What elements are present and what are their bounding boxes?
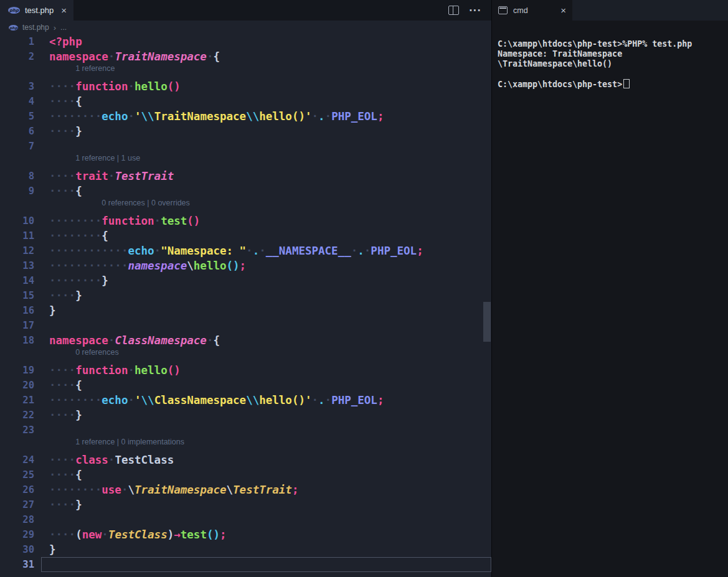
line-number[interactable]: 21 — [0, 393, 41, 408]
line-number[interactable]: 22 — [0, 408, 41, 423]
line-number[interactable]: 20 — [0, 378, 41, 393]
codelens[interactable]: 0 references — [49, 348, 491, 363]
terminal-body[interactable]: C:\xampp\htdocs\php-test>%PHP% test.phpN… — [492, 21, 728, 90]
line-number[interactable]: 9 — [0, 184, 41, 199]
code-text: ········function·test() — [41, 213, 491, 228]
code-text: ····{ — [41, 94, 491, 109]
code-line[interactable]: 29····(new·TestClass)→test(); — [0, 527, 491, 542]
line-number[interactable]: 4 — [0, 94, 41, 109]
code-line[interactable]: 21········echo·'\\ClassNamespace\\hello(… — [0, 393, 491, 408]
code-line[interactable]: 5········echo·'\\TraitNamespace\\hello()… — [0, 109, 491, 124]
scrollbar-thumb[interactable] — [483, 302, 491, 342]
tab-close-icon[interactable]: × — [61, 6, 67, 15]
code-line[interactable]: 8····trait·TestTrait — [0, 169, 491, 184]
code-line[interactable]: 4····{ — [0, 94, 491, 109]
terminal-tab-close-icon[interactable]: × — [560, 6, 566, 15]
codelens[interactable]: 1 reference | 1 use — [49, 154, 491, 169]
code-text: ············namespace\hello(); — [41, 258, 491, 273]
code-text: ····{ — [41, 467, 491, 482]
code-text: namespace·ClassNamespace·{ — [41, 333, 491, 348]
codelens[interactable]: 1 reference — [49, 64, 491, 79]
code-line[interactable]: 10········function·test() — [0, 213, 491, 228]
line-number[interactable]: 16 — [0, 303, 41, 318]
code-text — [41, 557, 491, 572]
line-number[interactable]: 2 — [0, 49, 41, 64]
line-number[interactable]: 26 — [0, 482, 41, 497]
code-text — [41, 139, 491, 154]
code-line[interactable]: 14········} — [0, 273, 491, 288]
code-text: ····function·hello() — [41, 79, 491, 94]
code-line[interactable]: 16} — [0, 303, 491, 318]
line-number[interactable]: 7 — [0, 139, 41, 154]
tab-label: test.php — [25, 6, 54, 15]
code-area[interactable]: 1<?php2namespace·TraitNamespace·{1 refer… — [0, 34, 491, 577]
code-line[interactable]: 2namespace·TraitNamespace·{ — [0, 49, 491, 64]
line-number[interactable]: 13 — [0, 258, 41, 273]
code-line[interactable]: 18namespace·ClassNamespace·{ — [0, 333, 491, 348]
line-number[interactable]: 1 — [0, 34, 41, 49]
line-number[interactable]: 17 — [0, 318, 41, 333]
split-editor-icon[interactable] — [448, 6, 459, 15]
line-number[interactable]: 23 — [0, 423, 41, 438]
code-text: ····class·TestClass — [41, 453, 491, 467]
terminal-line: \TraitNamespace\hello() — [498, 59, 728, 69]
chevron-right-icon: › — [54, 23, 56, 32]
vscode-window: php test.php × ··· php test.php › ... 1<… — [0, 0, 728, 577]
code-line[interactable]: 27····} — [0, 497, 491, 512]
code-line[interactable]: 20····{ — [0, 378, 491, 393]
code-text: ····{ — [41, 184, 491, 199]
code-line[interactable]: 28 — [0, 512, 491, 527]
line-number[interactable]: 31 — [0, 557, 41, 572]
code-line[interactable]: 3····function·hello() — [0, 79, 491, 94]
line-number[interactable]: 25 — [0, 467, 41, 482]
line-number[interactable]: 15 — [0, 288, 41, 303]
line-number[interactable]: 11 — [0, 228, 41, 243]
line-number[interactable]: 24 — [0, 453, 41, 467]
code-line[interactable]: 17 — [0, 318, 491, 333]
line-number[interactable]: 10 — [0, 213, 41, 228]
code-line[interactable]: 15····} — [0, 288, 491, 303]
codelens[interactable]: 1 reference | 0 implementations — [49, 438, 491, 453]
code-line[interactable]: 25····{ — [0, 467, 491, 482]
terminal-pane: cmd × C:\xampp\htdocs\php-test>%PHP% tes… — [491, 0, 728, 577]
code-line[interactable]: 12············echo·"Namespace: "·.·__NAM… — [0, 243, 491, 258]
code-text — [41, 512, 491, 527]
code-line[interactable]: 30} — [0, 542, 491, 557]
line-number[interactable]: 28 — [0, 512, 41, 527]
codelens[interactable]: 0 references | 0 overrides — [49, 199, 491, 213]
code-line[interactable]: 13············namespace\hello(); — [0, 258, 491, 273]
line-number[interactable]: 29 — [0, 527, 41, 542]
code-text — [41, 318, 491, 333]
code-text: ········} — [41, 273, 491, 288]
breadcrumb-symbol-more[interactable]: ... — [60, 23, 67, 32]
line-number[interactable]: 30 — [0, 542, 41, 557]
tab-cmd[interactable]: cmd × — [492, 0, 572, 21]
code-line[interactable]: 24····class·TestClass — [0, 453, 491, 467]
code-text: ····} — [41, 497, 491, 512]
code-line[interactable]: 26········use·\TraitNamespace\TestTrait; — [0, 482, 491, 497]
line-number[interactable]: 3 — [0, 79, 41, 94]
line-number[interactable]: 14 — [0, 273, 41, 288]
terminal-output: C:\xampp\htdocs\php-test>%PHP% test.phpN… — [498, 39, 728, 90]
code-line[interactable]: 6····} — [0, 124, 491, 139]
code-line[interactable]: 1<?php — [0, 34, 491, 49]
line-number[interactable]: 8 — [0, 169, 41, 184]
code-line[interactable]: 22····} — [0, 408, 491, 423]
line-number[interactable]: 27 — [0, 497, 41, 512]
code-line[interactable]: 23 — [0, 423, 491, 438]
code-line[interactable]: 9····{ — [0, 184, 491, 199]
code-line[interactable]: 19····function·hello() — [0, 363, 491, 378]
line-number[interactable]: 18 — [0, 333, 41, 348]
code-line[interactable]: 31 — [0, 557, 491, 572]
more-actions-icon[interactable]: ··· — [469, 5, 481, 16]
line-number[interactable]: 19 — [0, 363, 41, 378]
editor-pane: php test.php × ··· php test.php › ... 1<… — [0, 0, 491, 577]
code-line[interactable]: 11········{ — [0, 228, 491, 243]
line-number[interactable]: 12 — [0, 243, 41, 258]
breadcrumb-file[interactable]: test.php — [22, 23, 49, 32]
line-number[interactable]: 5 — [0, 109, 41, 124]
code-text: } — [41, 542, 491, 557]
line-number[interactable]: 6 — [0, 124, 41, 139]
code-line[interactable]: 7 — [0, 139, 491, 154]
tab-test-php[interactable]: php test.php × — [0, 0, 73, 21]
